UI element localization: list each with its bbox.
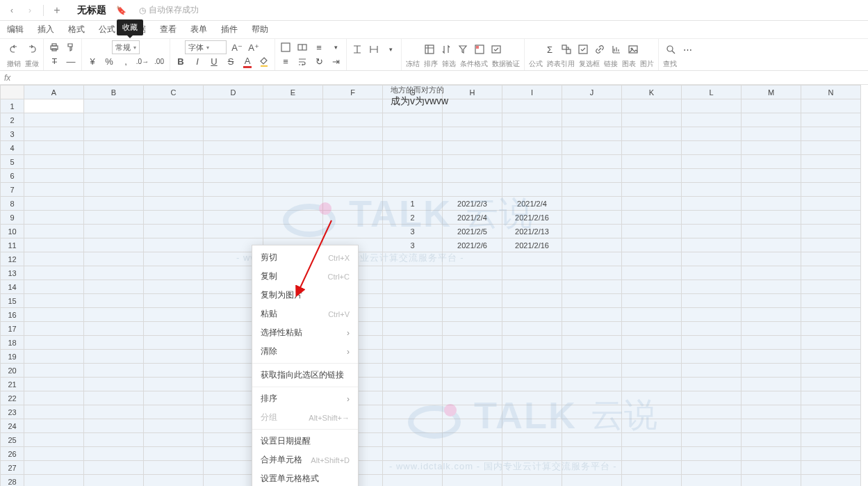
menu-edit[interactable]: 编辑 (7, 24, 24, 35)
cell[interactable] (562, 127, 622, 141)
font-size-decrease-button[interactable]: A⁻ (231, 41, 243, 54)
cell[interactable] (742, 99, 801, 113)
cell[interactable] (801, 336, 861, 350)
cell[interactable] (622, 405, 682, 419)
cell[interactable] (443, 475, 502, 487)
cell[interactable] (742, 419, 801, 433)
cell[interactable] (622, 252, 682, 266)
cell[interactable] (24, 113, 84, 127)
cell[interactable] (742, 211, 801, 225)
cell[interactable] (562, 433, 622, 447)
cell[interactable] (502, 475, 562, 487)
cell[interactable] (84, 461, 144, 475)
context-menu-item[interactable]: 设置日期提醒 (252, 432, 358, 451)
cell[interactable] (383, 405, 443, 419)
cell[interactable] (323, 141, 383, 155)
cell[interactable] (502, 169, 562, 183)
cell[interactable] (144, 211, 204, 225)
cell[interactable] (742, 197, 801, 211)
cell[interactable] (502, 127, 562, 141)
cell[interactable] (204, 99, 263, 113)
cell[interactable] (144, 419, 204, 433)
cell[interactable] (742, 364, 801, 378)
cell[interactable] (263, 197, 323, 211)
cell[interactable] (801, 294, 861, 308)
cell[interactable]: 2021/2/16 (502, 211, 562, 225)
cell[interactable] (682, 294, 742, 308)
cell[interactable] (443, 141, 502, 155)
cell[interactable] (144, 183, 204, 197)
cell[interactable] (144, 197, 204, 211)
cell[interactable] (84, 391, 144, 405)
cell[interactable] (24, 266, 84, 280)
cell[interactable] (801, 197, 861, 211)
cell[interactable] (84, 266, 144, 280)
menu-formula[interactable]: 公式 (99, 24, 115, 35)
cell[interactable] (84, 183, 144, 197)
freeze-button[interactable] (423, 43, 436, 56)
cell[interactable] (502, 405, 562, 419)
cell[interactable] (622, 322, 682, 336)
cell[interactable] (562, 419, 622, 433)
cell[interactable] (263, 211, 323, 225)
link-button[interactable] (593, 43, 606, 56)
cell[interactable] (622, 238, 682, 252)
cell[interactable] (24, 419, 84, 433)
cell[interactable] (562, 322, 622, 336)
cell[interactable] (323, 197, 383, 211)
cell[interactable] (263, 113, 323, 127)
cell[interactable] (801, 127, 861, 141)
cell[interactable] (383, 308, 443, 322)
row-header[interactable]: 7 (1, 183, 24, 197)
cell[interactable] (562, 294, 622, 308)
cell[interactable] (443, 113, 502, 127)
checkbox-button[interactable] (577, 43, 589, 56)
cell[interactable] (443, 336, 502, 350)
cell[interactable] (443, 294, 502, 308)
cell[interactable] (742, 447, 801, 461)
cell[interactable] (84, 225, 144, 238)
cell[interactable] (443, 350, 502, 364)
row-header[interactable]: 22 (1, 391, 24, 405)
cell[interactable] (263, 225, 323, 238)
cell[interactable]: 2021/2/13 (502, 225, 562, 238)
cell[interactable] (383, 183, 443, 197)
cell[interactable] (622, 127, 682, 141)
formula-input[interactable] (21, 72, 868, 84)
currency-button[interactable]: ¥ (86, 56, 99, 68)
cell[interactable] (682, 169, 742, 183)
row-header[interactable]: 14 (1, 280, 24, 294)
cell[interactable] (682, 141, 742, 155)
row-header[interactable]: 13 (1, 266, 24, 280)
cell[interactable] (562, 238, 622, 252)
cell[interactable]: 3 (383, 225, 443, 238)
cell[interactable] (383, 141, 443, 155)
context-menu-item[interactable]: 合并单元格Alt+Shift+D (252, 451, 358, 469)
row-header[interactable]: 24 (1, 419, 24, 433)
cell[interactable] (24, 350, 84, 364)
cell[interactable] (84, 308, 144, 322)
cell[interactable] (383, 127, 443, 141)
cell[interactable] (622, 447, 682, 461)
cell[interactable] (24, 280, 84, 294)
cell[interactable] (24, 183, 84, 197)
cell[interactable] (84, 350, 144, 364)
cell[interactable] (383, 169, 443, 183)
filter-button[interactable] (457, 43, 469, 56)
cell[interactable] (742, 405, 801, 419)
cell[interactable] (801, 238, 861, 252)
cell[interactable] (742, 280, 801, 294)
row-header[interactable]: 4 (1, 141, 24, 155)
cell[interactable] (562, 141, 622, 155)
cell[interactable] (682, 433, 742, 447)
cell[interactable] (682, 391, 742, 405)
cell[interactable] (502, 141, 562, 155)
cell[interactable] (562, 169, 622, 183)
cell[interactable] (84, 252, 144, 266)
cell[interactable] (263, 169, 323, 183)
cell[interactable] (562, 183, 622, 197)
cell[interactable] (204, 127, 263, 141)
cell[interactable] (622, 280, 682, 294)
cell[interactable] (204, 211, 263, 225)
cell[interactable] (84, 322, 144, 336)
